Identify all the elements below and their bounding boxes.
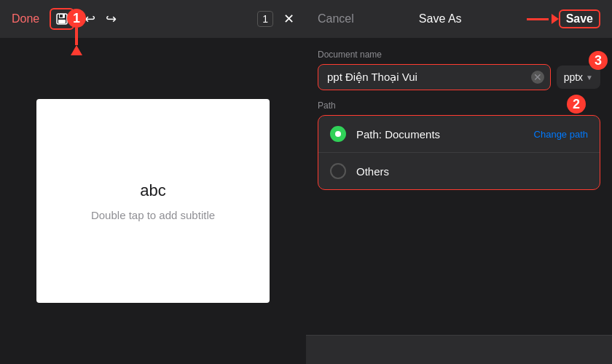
path-option-others-label: Others <box>356 165 588 178</box>
doc-name-section: Document name ✕ pptx ▼ 3 <box>318 50 600 90</box>
clear-icon[interactable]: ✕ <box>531 71 544 84</box>
svg-rect-3 <box>60 15 63 17</box>
slide-title: abc <box>140 181 165 200</box>
arrow-line <box>527 18 549 20</box>
save-button[interactable]: Save <box>566 12 593 25</box>
left-toolbar: Done ↩ ↪ 1 ✕ <box>0 0 306 38</box>
slide-subtitle[interactable]: Double tap to add subtitle <box>91 209 215 221</box>
path-section: Path 2 Path: Documents Change path Other… <box>318 100 600 190</box>
right-toolbar: Cancel Save As Save <box>306 0 612 38</box>
undo-button[interactable]: ↩ <box>85 11 95 27</box>
doc-name-input-wrapper: ✕ <box>318 64 551 90</box>
annotation-1: 1 <box>67 9 86 55</box>
slide-card[interactable]: abc Double tap to add subtitle <box>36 99 270 303</box>
radio-selected-icon <box>330 126 346 142</box>
path-option-documents[interactable]: Path: Documents Change path <box>318 116 600 153</box>
path-label: Path <box>318 100 600 111</box>
right-panel: Cancel Save As Save Document name ✕ pptx… <box>306 0 612 364</box>
cancel-button[interactable]: Cancel <box>318 12 354 25</box>
chevron-down-icon: ▼ <box>586 74 593 82</box>
right-content: Document name ✕ pptx ▼ 3 Path 2 <box>306 38 612 202</box>
page-indicator[interactable]: 1 <box>257 11 273 27</box>
format-select[interactable]: pptx ▼ 3 <box>557 66 600 89</box>
badge-3: 3 <box>589 51 608 70</box>
arrow-shaft-1 <box>75 28 78 45</box>
slide-canvas: abc Double tap to add subtitle <box>0 38 306 364</box>
format-text: pptx <box>564 71 583 83</box>
bottom-bar <box>306 335 612 364</box>
path-options: Path: Documents Change path Others <box>318 115 600 190</box>
change-path-button[interactable]: Change path <box>534 129 588 140</box>
radio-empty-icon <box>330 163 346 179</box>
right-arrow-annotation <box>527 14 559 24</box>
path-option-others[interactable]: Others <box>318 153 600 189</box>
redo-button[interactable]: ↪ <box>106 11 117 27</box>
save-as-label: Save As <box>354 12 527 25</box>
badge-1: 1 <box>67 9 86 28</box>
svg-rect-2 <box>58 20 66 23</box>
doc-name-label: Document name <box>318 50 600 60</box>
save-button-wrapper: Save <box>559 9 600 28</box>
arrow-head-right <box>552 14 559 24</box>
path-option-documents-label: Path: Documents <box>356 128 524 141</box>
close-button[interactable]: ✕ <box>283 11 294 27</box>
doc-name-input[interactable] <box>327 71 524 84</box>
doc-name-row: ✕ pptx ▼ 3 <box>318 64 600 90</box>
arrow-head-1 <box>71 45 82 55</box>
badge-2: 2 <box>567 95 586 114</box>
left-panel: 1 Done ↩ ↪ 1 ✕ abc Double tap to add sub… <box>0 0 306 364</box>
done-button[interactable]: Done <box>12 12 39 25</box>
